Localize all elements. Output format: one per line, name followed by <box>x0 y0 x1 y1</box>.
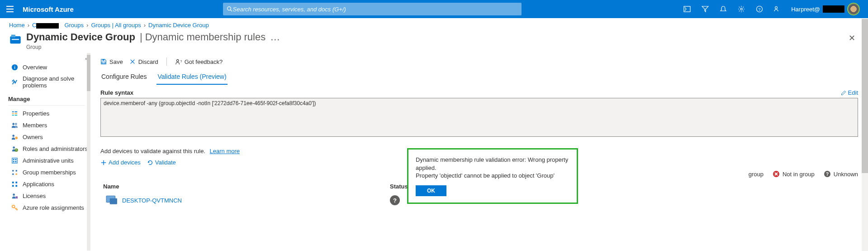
bc-current[interactable]: Dynamic Device Group <box>148 22 209 29</box>
svg-point-4 <box>740 8 742 10</box>
settings-icon[interactable] <box>733 0 749 18</box>
admin-units-icon <box>11 157 18 164</box>
svg-point-22 <box>15 136 18 139</box>
sidebar-item-applications[interactable]: Applications <box>8 178 90 190</box>
svg-text:i: i <box>14 65 15 70</box>
owners-icon <box>11 133 18 140</box>
bc-home[interactable]: Home <box>9 22 25 29</box>
svg-point-20 <box>14 123 17 125</box>
bc-groups[interactable]: Groups <box>64 22 84 29</box>
svg-rect-41 <box>102 62 105 64</box>
add-devices-desc: Add devices to validate against this rul… <box>100 148 205 154</box>
edit-rule-button[interactable]: Edit <box>841 89 858 96</box>
svg-point-31 <box>15 169 17 171</box>
svg-point-38 <box>13 193 15 196</box>
pencil-icon <box>841 90 846 96</box>
legend-not-in-group: Not in group <box>773 170 815 178</box>
popup-ok-button[interactable]: OK <box>416 185 446 196</box>
key-icon <box>11 204 18 211</box>
save-button[interactable]: Save <box>100 58 123 65</box>
sidebar-item-licenses[interactable]: Licenses <box>8 190 90 202</box>
question-circle-icon: ? <box>824 170 831 178</box>
bc-allgroups[interactable]: Groups | All groups <box>91 22 141 29</box>
feedback-button[interactable]: ? Got feedback? <box>175 58 223 65</box>
svg-line-1 <box>230 10 232 11</box>
sidebar-item-admin-units[interactable]: Administrative units <box>8 154 90 166</box>
svg-rect-42 <box>102 59 104 61</box>
device-name-link[interactable]: DESKTOP-QVTMNCN <box>122 197 182 204</box>
sidebar-item-properties[interactable]: Properties <box>8 107 90 119</box>
svg-rect-17 <box>14 113 17 114</box>
properties-icon <box>11 110 18 117</box>
svg-rect-2 <box>684 6 690 12</box>
resource-type-label: Group <box>26 44 280 50</box>
discard-button[interactable]: Discard <box>129 58 158 65</box>
discard-icon <box>129 58 136 65</box>
svg-rect-10 <box>12 39 19 40</box>
sidebar-item-members[interactable]: Members <box>8 119 90 131</box>
page-title: Dynamic Device Group <box>26 31 135 43</box>
sidebar-item-overview[interactable]: i Overview <box>8 61 90 73</box>
group-blade-icon <box>9 33 22 46</box>
sidebar-item-azure-role[interactable]: Azure role assignments <box>8 202 90 213</box>
redacted-block <box>823 5 844 13</box>
notifications-icon[interactable] <box>715 0 731 18</box>
learn-more-link[interactable]: Learn more <box>210 148 240 154</box>
close-blade-button[interactable]: ✕ <box>845 31 859 45</box>
page-subtitle: | Dynamic membership rules <box>140 31 266 43</box>
svg-point-19 <box>12 123 14 125</box>
directory-filter-icon[interactable] <box>697 0 713 18</box>
applications-icon <box>11 180 18 188</box>
global-search[interactable] <box>223 3 522 15</box>
bc-org[interactable]: C <box>32 22 59 29</box>
help-icon[interactable]: ? <box>751 0 768 18</box>
svg-rect-9 <box>11 35 15 38</box>
svg-text:?: ? <box>180 59 182 63</box>
validation-error-popup: Dynamic membership rule validation error… <box>407 148 578 204</box>
hamburger-menu[interactable] <box>5 4 15 14</box>
svg-point-45 <box>176 59 179 62</box>
sidebar-item-roles[interactable]: Roles and administrators <box>8 143 90 154</box>
svg-point-30 <box>12 169 14 171</box>
brand-label[interactable]: Microsoft Azure <box>23 5 74 13</box>
svg-rect-35 <box>15 181 17 183</box>
more-button[interactable]: … <box>270 31 280 43</box>
sidebar-item-diagnose[interactable]: Diagnose and solve problems <box>8 73 90 91</box>
svg-marker-3 <box>702 6 708 12</box>
popup-line1: Dynamic membership rule validation error… <box>416 156 568 171</box>
cloud-shell-icon[interactable] <box>679 0 695 18</box>
user-email-left: Harpreet@ <box>791 6 820 13</box>
search-icon <box>227 6 233 12</box>
avatar <box>847 3 860 15</box>
rule-syntax-box[interactable]: device.memberof -any (group.objectId -no… <box>100 98 858 137</box>
x-circle-icon <box>773 170 780 178</box>
svg-rect-56 <box>110 198 117 204</box>
svg-point-7 <box>775 7 778 9</box>
svg-text:?: ? <box>826 172 829 177</box>
collapse-nav-button[interactable]: « <box>8 56 90 61</box>
svg-rect-28 <box>13 161 14 162</box>
svg-text:?: ? <box>759 7 761 12</box>
breadcrumb: Home› C Groups› Groups | All groups› Dyn… <box>0 18 868 29</box>
page-scrollbar[interactable] <box>862 18 868 251</box>
rule-syntax-label: Rule syntax <box>100 89 133 96</box>
diagnose-icon <box>11 78 18 86</box>
svg-rect-34 <box>12 181 14 183</box>
svg-rect-8 <box>10 36 20 43</box>
svg-rect-18 <box>14 115 17 116</box>
tab-configure[interactable]: Configure Rules <box>100 70 147 85</box>
sidebar-item-owners[interactable]: Owners <box>8 131 90 143</box>
col-name[interactable]: Name <box>100 183 390 190</box>
sidebar-scrollbar[interactable] <box>87 53 90 251</box>
device-icon <box>106 195 118 205</box>
sidebar-item-memberships[interactable]: Group memberships <box>8 166 90 178</box>
validate-button[interactable]: Validate <box>147 159 176 166</box>
feedback-icon[interactable] <box>769 0 786 18</box>
search-input[interactable] <box>233 6 518 13</box>
add-devices-button[interactable]: Add devices <box>100 159 141 166</box>
svg-rect-14 <box>12 113 14 114</box>
legend-in-group: group <box>749 171 764 178</box>
svg-rect-36 <box>12 185 14 187</box>
tab-validate[interactable]: Validate Rules (Preview) <box>157 70 227 85</box>
user-account[interactable]: Harpreet@ <box>787 3 863 15</box>
